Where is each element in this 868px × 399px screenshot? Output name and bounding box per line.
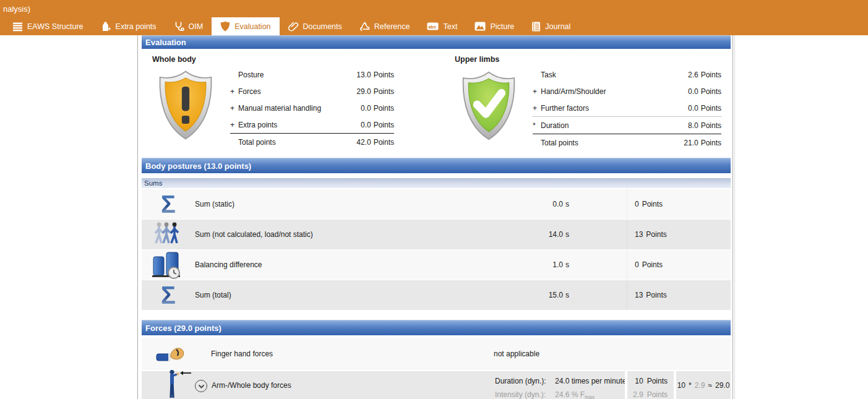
row-label: Forces xyxy=(238,87,351,96)
tab-label: Evaluation xyxy=(234,22,270,31)
time-value: 15.0 xyxy=(549,291,563,299)
balancing-difference-row: Balancing difference 1.0s 0Points xyxy=(142,250,731,280)
section-header-evaluation: Evaluation xyxy=(142,35,731,49)
tab-label: Journal xyxy=(545,22,570,31)
sums-subheader: Sums xyxy=(142,178,731,188)
row-label: Duration xyxy=(541,121,679,130)
table-row: Task 2.6Points xyxy=(533,66,721,83)
tab-oim[interactable]: OIM xyxy=(165,17,212,35)
ribbon-toolbar: EAWS Structure Extra points OIM Evaluati… xyxy=(0,17,868,35)
points-formula: 10*2.9≈29.0 xyxy=(676,381,731,390)
whole-body-table: Posture 13.0Points + Forces 29.0Points +… xyxy=(230,66,394,150)
points-value: 13 xyxy=(635,230,643,239)
tab-eaws-structure[interactable]: EAWS Structure xyxy=(4,17,92,35)
row-label: Sum (static) xyxy=(195,200,489,208)
list-icon xyxy=(12,22,23,32)
total-unit: Points xyxy=(701,139,721,147)
tab-label: Text xyxy=(443,22,457,31)
section-title: Evaluation xyxy=(145,38,186,47)
ok-shield-icon xyxy=(460,70,518,144)
row-status: not applicable xyxy=(494,338,539,370)
row-label: Further factors xyxy=(541,104,679,113)
sum-not-calculated-row: Sum (not calculated, load/not static) 14… xyxy=(142,220,731,250)
points-cell: 10Points 2.9Points xyxy=(627,371,674,399)
sigma-icon: Σ xyxy=(142,280,195,310)
row-unit: Points xyxy=(374,87,394,96)
row-unit: Points xyxy=(701,104,721,113)
row-value: 2.6 xyxy=(679,71,698,79)
intensity-value: 24.6 % Fmax xyxy=(555,390,595,399)
total-unit: Points xyxy=(374,138,394,147)
shield-icon xyxy=(220,21,230,32)
tab-evaluation[interactable]: Evaluation xyxy=(212,17,279,35)
sum-total-row: Σ Sum (total) 15.0s 13Points xyxy=(142,280,731,311)
tab-documents[interactable]: Documents xyxy=(280,17,351,35)
journal-icon xyxy=(531,22,541,32)
table-row: + Forces 29.0Points xyxy=(230,83,394,100)
row-label: Manual material handling xyxy=(238,104,351,113)
tab-text[interactable]: abc Text xyxy=(418,17,466,35)
tab-label: Picture xyxy=(490,22,514,31)
whole-body-title: Whole body xyxy=(152,55,196,64)
row-prefix: + xyxy=(230,121,238,129)
table-row: + Hand/Arm/Shoulder 0.0Points xyxy=(533,83,721,100)
stethoscope-icon xyxy=(174,21,184,32)
app-window: nalysis) EAWS Structure Extra points OIM xyxy=(0,0,868,399)
row-label: Extra points xyxy=(238,121,351,129)
duration-label: Duration (dyn.): xyxy=(495,377,546,385)
expand-chevron-button[interactable] xyxy=(195,380,207,392)
panel-right-border-light xyxy=(734,35,735,399)
row-value: 0.0 xyxy=(679,87,698,96)
row-label: Hand/Arm/Shoulder xyxy=(541,87,679,96)
hand-grip-icon xyxy=(156,345,186,366)
tab-journal[interactable]: Journal xyxy=(523,17,579,35)
sigma-icon: Σ xyxy=(142,189,195,219)
points-value: 0 xyxy=(635,260,639,269)
picture-icon xyxy=(475,22,486,31)
row-prefix: + xyxy=(533,104,541,113)
tab-label: Extra points xyxy=(116,22,157,31)
points-value: 0 xyxy=(635,200,639,208)
duration-value: 24.0 times per minute xyxy=(555,377,626,385)
row-unit: Points xyxy=(374,121,394,129)
tab-label: OIM xyxy=(189,22,204,31)
total-row: Total points 21.0Points xyxy=(533,134,721,151)
recycle-icon xyxy=(359,22,370,32)
paperclip-icon xyxy=(288,21,299,32)
time-value: 14.0 xyxy=(549,230,563,239)
arm-whole-body-forces-row: Arm-/Whole body forces Duration (dyn.): … xyxy=(142,371,731,399)
tab-picture[interactable]: Picture xyxy=(466,17,523,35)
row-unit: Points xyxy=(701,71,721,79)
row-prefix: + xyxy=(230,104,238,113)
points-value: 13 xyxy=(635,291,643,299)
row-unit: Points xyxy=(701,87,721,96)
table-row: + Manual material handling 0.0Points xyxy=(230,100,394,116)
row-label: Sum (total) xyxy=(195,291,489,299)
tab-label: Documents xyxy=(303,22,342,31)
row-label: Posture xyxy=(238,71,351,79)
duration-points: 10 xyxy=(635,377,643,385)
row-value: 0.0 xyxy=(679,104,698,113)
time-value: 0.0 xyxy=(552,200,563,208)
row-value: 13.0 xyxy=(351,71,371,79)
row-label: Arm-/Whole body forces xyxy=(212,381,291,390)
tab-extra-points[interactable]: Extra points xyxy=(92,17,165,35)
intensity-label: Intensity (dyn.): xyxy=(495,390,546,399)
row-unit: Points xyxy=(701,121,721,130)
upper-limbs-table: Task 2.6Points + Hand/Arm/Shoulder 0.0Po… xyxy=(533,66,721,151)
total-value: 42.0 xyxy=(351,138,371,147)
table-row: * Duration 8.0Points xyxy=(533,117,721,134)
total-label: Total points xyxy=(238,138,351,147)
upper-limbs-title: Upper limbs xyxy=(455,55,499,64)
row-unit: Points xyxy=(374,71,394,79)
row-unit: Points xyxy=(374,104,394,113)
evaluation-summary: Whole body Upper limbs xyxy=(142,49,731,158)
row-value: 0.0 xyxy=(351,121,371,129)
section-title: Body postures (13.0 points) xyxy=(145,161,251,171)
row-value: 8.0 xyxy=(679,121,698,130)
row-prefix: + xyxy=(230,87,238,96)
table-row: + Further factors 0.0Points xyxy=(533,100,721,116)
total-row: Total points 42.0Points xyxy=(230,134,394,150)
tab-reference[interactable]: Reference xyxy=(351,17,419,35)
window-title: nalysis) xyxy=(3,4,30,14)
